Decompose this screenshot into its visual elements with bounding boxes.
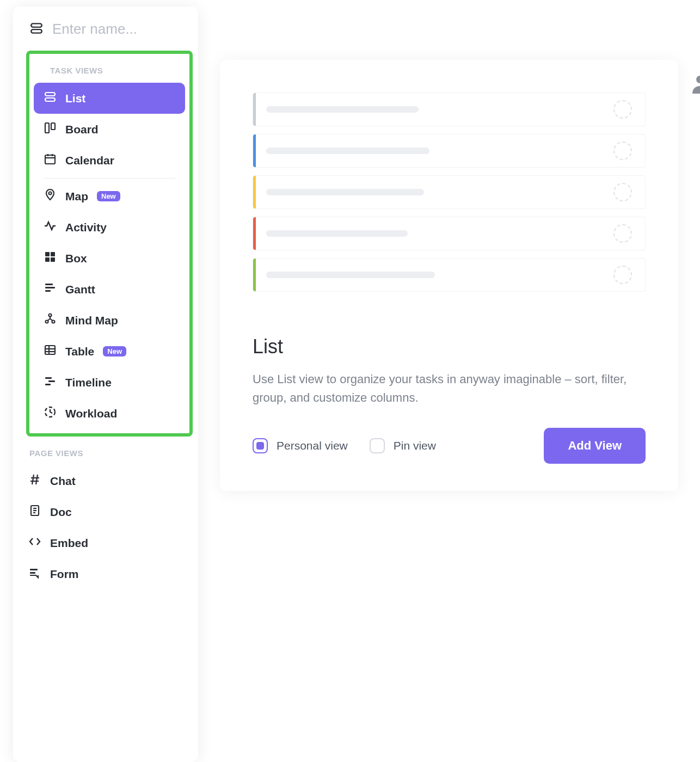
svg-rect-16 [45,287,55,288]
view-label: Workload [65,407,117,420]
checkbox-icon [253,438,268,453]
new-badge: New [97,191,120,201]
svg-line-33 [32,475,34,484]
add-view-button[interactable]: Add View [544,428,646,464]
box-icon [44,250,57,266]
view-label: Doc [50,506,72,519]
list-icon [29,21,44,38]
view-item-board[interactable]: Board [34,114,185,145]
view-item-form[interactable]: Form [13,558,198,589]
checkbox-label: Pin view [394,439,436,452]
svg-line-30 [50,412,52,413]
preview-row [253,93,646,126]
view-name-input[interactable] [52,21,182,38]
detail-panel: List Use List view to organize your task… [220,60,678,491]
view-label: Activity [65,221,107,234]
detail-description: Use List view to organize your tasks in … [253,370,646,407]
svg-rect-13 [45,257,50,262]
view-item-table[interactable]: Table New [34,336,185,367]
svg-rect-26 [48,380,55,382]
view-item-list[interactable]: List [34,83,185,114]
view-label: Embed [50,537,88,550]
view-item-workload[interactable]: Workload [34,398,185,429]
map-pin-icon [44,188,57,204]
page-views-header: PAGE VIEWS [13,441,198,465]
gantt-icon [44,281,57,297]
view-item-map[interactable]: Map New [34,181,185,212]
view-label: Calendar [65,154,114,167]
checkbox-label: Personal view [277,439,348,452]
svg-rect-15 [45,284,53,285]
list-icon [44,90,57,106]
svg-rect-14 [51,257,55,262]
view-label: Form [50,568,79,581]
view-item-activity[interactable]: Activity [34,212,185,243]
preview-row [253,175,646,209]
svg-rect-12 [51,252,55,256]
personal-view-checkbox[interactable]: Personal view [253,438,348,453]
svg-rect-17 [45,290,51,292]
svg-rect-3 [45,98,55,101]
preview-bar [266,230,408,237]
workload-icon [44,405,57,421]
view-label: Table [65,345,94,358]
name-row [13,17,198,51]
view-item-box[interactable]: Box [34,243,185,274]
svg-rect-0 [31,23,42,27]
view-item-doc[interactable]: Doc [13,496,198,527]
view-label: List [65,92,85,105]
view-label: Map [65,190,88,203]
view-item-calendar[interactable]: Calendar [34,145,185,176]
svg-point-41 [696,76,700,83]
preview-bar [266,272,435,278]
preview-circle [613,224,632,243]
detail-title: List [253,335,646,358]
view-item-gantt[interactable]: Gantt [34,274,185,305]
svg-rect-40 [30,572,35,574]
activity-icon [44,219,57,235]
board-icon [44,121,57,137]
preview-bar [266,148,429,154]
preview-row [253,217,646,250]
avatar-placeholder-icon [689,73,700,94]
preview-bar [266,189,424,195]
svg-rect-4 [45,123,49,133]
preview-circle [613,100,632,119]
preview-row [253,134,646,168]
embed-icon [28,535,41,551]
svg-point-18 [49,314,52,317]
preview-row [253,258,646,292]
task-views-header: TASK VIEWS [34,58,185,83]
view-item-embed[interactable]: Embed [13,527,198,558]
preview-circle [613,142,632,160]
svg-rect-39 [30,569,38,570]
table-icon [44,343,57,359]
doc-icon [28,504,41,520]
task-views-highlight: TASK VIEWS List Board Calendar Map New [26,51,193,437]
form-icon [28,566,41,582]
svg-rect-1 [31,29,42,33]
page-views-group: Chat Doc Embed Form [13,465,198,589]
view-label: Gantt [65,283,95,296]
detail-footer: Personal view Pin view Add View [253,428,646,464]
svg-rect-21 [45,346,55,354]
view-item-chat[interactable]: Chat [13,465,198,496]
view-item-timeline[interactable]: Timeline [34,367,185,398]
view-label: Board [65,123,99,136]
checkbox-icon [370,438,385,453]
list-preview [253,93,646,292]
view-label: Timeline [65,376,112,389]
divider [44,178,175,179]
svg-point-10 [49,192,52,195]
new-badge: New [103,346,126,357]
mindmap-icon [44,312,57,328]
pin-view-checkbox[interactable]: Pin view [370,438,436,453]
preview-circle [613,266,632,284]
svg-line-34 [36,475,38,484]
preview-bar [266,106,419,113]
main-area: List Use List view to organize your task… [198,0,700,762]
view-item-mindmap[interactable]: Mind Map [34,305,185,336]
svg-rect-6 [45,155,55,164]
svg-rect-25 [45,377,52,379]
calendar-icon [44,152,57,168]
